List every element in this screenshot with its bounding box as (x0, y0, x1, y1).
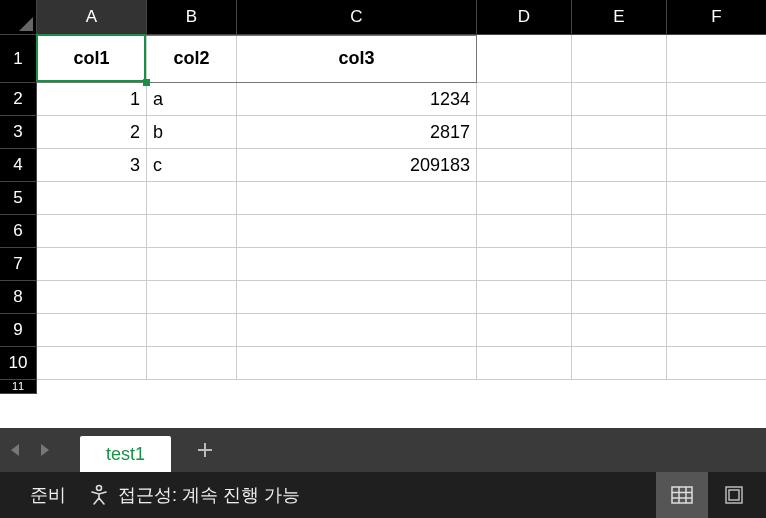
cell-D4[interactable] (477, 149, 572, 182)
add-sheet-button[interactable] (183, 428, 227, 472)
cell-A6[interactable] (37, 215, 147, 248)
cell-F5[interactable] (667, 182, 766, 215)
cell-F10[interactable] (667, 347, 766, 380)
row-header-9[interactable]: 9 (0, 314, 37, 347)
spreadsheet-grid[interactable]: A B C D E F 1 2 3 4 5 6 7 8 9 10 11 col1… (0, 0, 766, 428)
cell-E7[interactable] (572, 248, 667, 281)
cell-A9[interactable] (37, 314, 147, 347)
svg-rect-3 (198, 449, 212, 451)
triangle-right-icon (39, 443, 51, 457)
svg-point-4 (97, 486, 102, 491)
normal-view-button[interactable] (656, 472, 708, 518)
cell-A8[interactable] (37, 281, 147, 314)
row-headers: 1 2 3 4 5 6 7 8 9 10 (0, 35, 37, 380)
cell-A7[interactable] (37, 248, 147, 281)
cell-B7[interactable] (147, 248, 237, 281)
cell-B3[interactable]: b (147, 116, 237, 149)
select-all-corner[interactable] (0, 0, 37, 35)
sheet-tab-bar: test1 (0, 428, 766, 472)
cell-E1[interactable] (572, 35, 667, 83)
row-header-5[interactable]: 5 (0, 182, 37, 215)
svg-marker-1 (41, 444, 49, 456)
cell-C5[interactable] (237, 182, 477, 215)
row-header-4[interactable]: 4 (0, 149, 37, 182)
cell-B8[interactable] (147, 281, 237, 314)
cell-E6[interactable] (572, 215, 667, 248)
cell-D5[interactable] (477, 182, 572, 215)
row-header-11[interactable]: 11 (0, 380, 37, 394)
cell-C6[interactable] (237, 215, 477, 248)
cell-A2[interactable]: 1 (37, 83, 147, 116)
cell-F7[interactable] (667, 248, 766, 281)
cells-area: col1 col2 col3 1 a 1234 2 b 2817 3 c 209… (37, 35, 766, 380)
row-header-1[interactable]: 1 (0, 35, 37, 83)
cell-B5[interactable] (147, 182, 237, 215)
cell-B9[interactable] (147, 314, 237, 347)
next-sheet-arrow[interactable] (30, 428, 60, 472)
prev-sheet-arrow[interactable] (0, 428, 30, 472)
row-header-10[interactable]: 10 (0, 347, 37, 380)
cell-E10[interactable] (572, 347, 667, 380)
cell-A3[interactable]: 2 (37, 116, 147, 149)
cell-E4[interactable] (572, 149, 667, 182)
cell-D9[interactable] (477, 314, 572, 347)
cell-F4[interactable] (667, 149, 766, 182)
cell-C7[interactable] (237, 248, 477, 281)
cell-E8[interactable] (572, 281, 667, 314)
cell-B6[interactable] (147, 215, 237, 248)
cell-A1[interactable]: col1 (37, 35, 147, 83)
row-header-6[interactable]: 6 (0, 215, 37, 248)
cell-D2[interactable] (477, 83, 572, 116)
sheet-tab-active[interactable]: test1 (80, 436, 171, 472)
cell-D1[interactable] (477, 35, 572, 83)
col-header-F[interactable]: F (667, 0, 766, 35)
cell-F9[interactable] (667, 314, 766, 347)
status-ready: 준비 (30, 483, 66, 507)
cell-E3[interactable] (572, 116, 667, 149)
cell-D6[interactable] (477, 215, 572, 248)
cell-D8[interactable] (477, 281, 572, 314)
cell-F3[interactable] (667, 116, 766, 149)
cell-F8[interactable] (667, 281, 766, 314)
page-layout-view-button[interactable] (708, 472, 760, 518)
cell-D3[interactable] (477, 116, 572, 149)
svg-marker-0 (11, 444, 19, 456)
grid-view-icon (671, 486, 693, 504)
row-header-3[interactable]: 3 (0, 116, 37, 149)
status-bar: 준비 접근성: 계속 진행 가능 (0, 472, 766, 518)
col-header-E[interactable]: E (572, 0, 667, 35)
row-header-8[interactable]: 8 (0, 281, 37, 314)
col-header-D[interactable]: D (477, 0, 572, 35)
cell-B1[interactable]: col2 (147, 35, 237, 83)
accessibility-icon (88, 484, 110, 506)
cell-F6[interactable] (667, 215, 766, 248)
cell-A10[interactable] (37, 347, 147, 380)
cell-C1[interactable]: col3 (237, 35, 477, 83)
cell-C9[interactable] (237, 314, 477, 347)
row-header-2[interactable]: 2 (0, 83, 37, 116)
page-layout-icon (723, 485, 745, 505)
cell-D10[interactable] (477, 347, 572, 380)
cell-C4[interactable]: 209183 (237, 149, 477, 182)
accessibility-status[interactable]: 접근성: 계속 진행 가능 (88, 483, 300, 507)
cell-E9[interactable] (572, 314, 667, 347)
column-headers: A B C D E F (37, 0, 766, 35)
row-header-7[interactable]: 7 (0, 248, 37, 281)
cell-C3[interactable]: 2817 (237, 116, 477, 149)
cell-E2[interactable] (572, 83, 667, 116)
cell-A4[interactable]: 3 (37, 149, 147, 182)
col-header-C[interactable]: C (237, 0, 477, 35)
cell-C10[interactable] (237, 347, 477, 380)
col-header-B[interactable]: B (147, 0, 237, 35)
cell-A5[interactable] (37, 182, 147, 215)
cell-F2[interactable] (667, 83, 766, 116)
cell-B4[interactable]: c (147, 149, 237, 182)
cell-B10[interactable] (147, 347, 237, 380)
cell-C2[interactable]: 1234 (237, 83, 477, 116)
cell-B2[interactable]: a (147, 83, 237, 116)
cell-E5[interactable] (572, 182, 667, 215)
cell-D7[interactable] (477, 248, 572, 281)
cell-C8[interactable] (237, 281, 477, 314)
cell-F1[interactable] (667, 35, 766, 83)
col-header-A[interactable]: A (37, 0, 147, 35)
